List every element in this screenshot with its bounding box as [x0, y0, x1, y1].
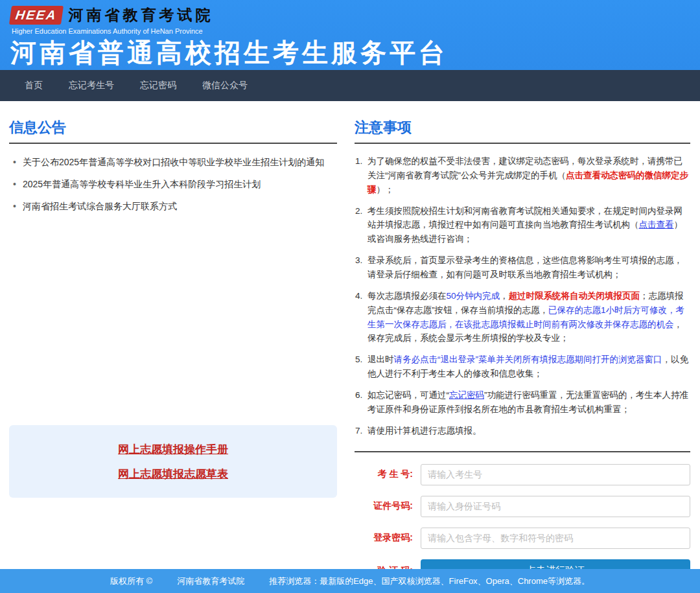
- nav-item-forgot-password[interactable]: 忘记密码: [140, 80, 176, 91]
- heea-logo-icon: HEEA: [9, 6, 64, 25]
- notice-text-highlight: 请务必点击“退出登录”菜单并关闭所有填报志愿期间打开的浏览器窗口: [394, 355, 662, 364]
- notices-section: 注意事项 1. 为了确保您的权益不受非法侵害，建议绑定动态密码，每次登录系统时，…: [355, 118, 690, 452]
- site-title: 河南省普通高校招生考生服务平台: [10, 38, 700, 67]
- main-content: 信息公告 关于公布2025年普通高等学校对口招收中等职业学校毕业生招生计划的通知…: [0, 101, 700, 593]
- announcements-title: 信息公告: [9, 119, 66, 135]
- notice-text-highlight: 50分钟内完成: [447, 291, 500, 301]
- org-name-english: Higher Education Examinations Authority …: [12, 27, 700, 35]
- notice-text: 退出时: [368, 355, 394, 364]
- page: HEEA 河南省教育考试院 Higher Education Examinati…: [0, 0, 700, 593]
- notice-item-3: 3. 登录系统后，首页显示登录考生的资格信息，这些信息将影响考生可填报的志愿，请…: [355, 253, 690, 282]
- notice-text: 登录系统后，首页显示登录考生的资格信息，这些信息将影响考生可填报的志愿，请登录后…: [368, 255, 682, 279]
- announcement-item[interactable]: 关于公布2025年普通高等学校对口招收中等职业学校毕业生招生计划的通知: [13, 157, 337, 169]
- notice-item-2: 2. 考生须按照院校招生计划和河南省教育考试院相关通知要求，在规定时间内登录网站…: [355, 204, 690, 247]
- download-link-manual[interactable]: 网上志愿填报操作手册: [118, 442, 228, 457]
- candidate-number-input[interactable]: [421, 464, 690, 485]
- notice-text: 如忘记密码，可通过“: [368, 390, 449, 400]
- notice-item-6: 6. 如忘记密码，可通过“忘记密码”功能进行密码重置，无法重置密码的，考生本人持…: [355, 388, 690, 417]
- notice-text: 考生须按照院校招生计划和河南省教育考试院相关通知要求，在规定时间内登录网站并填报…: [368, 206, 682, 230]
- right-column: 注意事项 1. 为了确保您的权益不受非法侵害，建议绑定动态密码，每次登录系统时，…: [355, 118, 690, 593]
- announcements-section: 信息公告 关于公布2025年普通高等学校对口招收中等职业学校毕业生招生计划的通知…: [9, 118, 337, 213]
- password-label: 登录密码:: [355, 532, 421, 544]
- notice-text: 每次志愿填报必须在: [368, 291, 447, 301]
- main-nav: 首页 忘记考生号 忘记密码 微信公众号: [0, 70, 700, 101]
- notice-item-1: 1. 为了确保您的权益不受非法侵害，建议绑定动态密码，每次登录系统时，请携带已关…: [355, 154, 690, 197]
- announcements-list: 关于公布2025年普通高等学校对口招收中等职业学校毕业生招生计划的通知 2025…: [13, 157, 337, 213]
- download-links-panel: 网上志愿填报操作手册 网上志愿填报志愿草表: [9, 425, 337, 498]
- id-number-label: 证件号码:: [355, 500, 421, 512]
- notices-title: 注意事项: [355, 119, 412, 135]
- announcement-item[interactable]: 河南省招生考试综合服务大厅联系方式: [13, 201, 337, 213]
- notice-item-7: 7. 请使用计算机进行志愿填报。: [355, 424, 690, 438]
- divider: [355, 451, 690, 452]
- download-link-draft-form[interactable]: 网上志愿填报志愿草表: [118, 467, 228, 482]
- footer-browser-recommendation: 推荐浏览器：最新版的Edge、国产双核浏览器、FireFox、Opera、Chr…: [269, 576, 590, 587]
- announcement-item[interactable]: 2025年普通高等学校专科毕业生升入本科阶段学习招生计划: [13, 179, 337, 191]
- notice-text: 请使用计算机进行志愿填报。: [368, 426, 482, 436]
- site-footer: 版权所有 © 河南省教育考试院 推荐浏览器：最新版的Edge、国产双核浏览器、F…: [0, 569, 700, 593]
- footer-org: 河南省教育考试院: [177, 576, 244, 587]
- candidate-number-label: 考 生 号:: [355, 469, 421, 480]
- password-input[interactable]: [421, 528, 690, 549]
- notice-text-warning: 超过时限系统将自动关闭填报页面: [509, 291, 640, 301]
- left-column: 信息公告 关于公布2025年普通高等学校对口招收中等职业学校毕业生招生计划的通知…: [9, 118, 337, 593]
- forgot-password-link[interactable]: 忘记密码: [449, 390, 484, 400]
- footer-copyright: 版权所有 ©: [110, 576, 152, 587]
- site-header: HEEA 河南省教育考试院 Higher Education Examinati…: [0, 0, 700, 70]
- nav-item-wechat-official-account[interactable]: 微信公众号: [202, 80, 248, 91]
- nav-item-home[interactable]: 首页: [25, 80, 43, 91]
- id-number-input[interactable]: [421, 496, 690, 517]
- notice-item-4: 4. 每次志愿填报必须在50分钟内完成，超过时限系统将自动关闭填报页面；志愿填报…: [355, 289, 690, 345]
- notice-text: ）；: [377, 185, 394, 194]
- notices-list: 1. 为了确保您的权益不受非法侵害，建议绑定动态密码，每次登录系统时，请携带已关…: [355, 154, 690, 438]
- notice-text: ，: [500, 291, 509, 301]
- click-to-view-link[interactable]: 点击查看: [639, 220, 674, 229]
- notice-item-5: 5. 退出时请务必点击“退出登录”菜单并关闭所有填报志愿期间打开的浏览器窗口，以…: [355, 353, 690, 381]
- nav-item-forgot-candidate-number[interactable]: 忘记考生号: [69, 80, 114, 91]
- org-name: 河南省教育考试院: [69, 5, 214, 25]
